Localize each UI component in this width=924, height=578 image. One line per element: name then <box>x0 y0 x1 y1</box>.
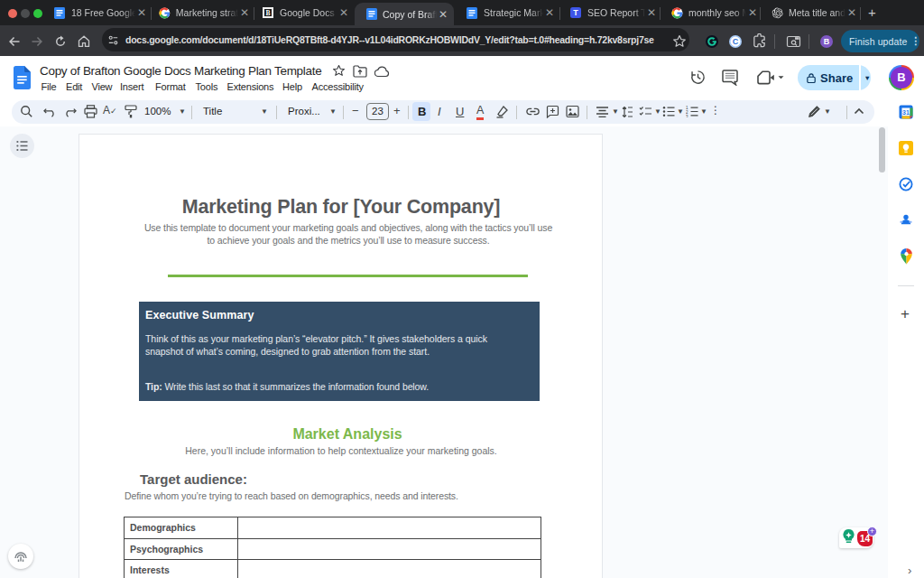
svg-text:B: B <box>265 9 270 17</box>
svg-text:T: T <box>573 8 578 17</box>
svg-text:31: 31 <box>902 109 910 116</box>
svg-text:3: 3 <box>686 115 688 118</box>
svg-text:C: C <box>733 37 739 46</box>
